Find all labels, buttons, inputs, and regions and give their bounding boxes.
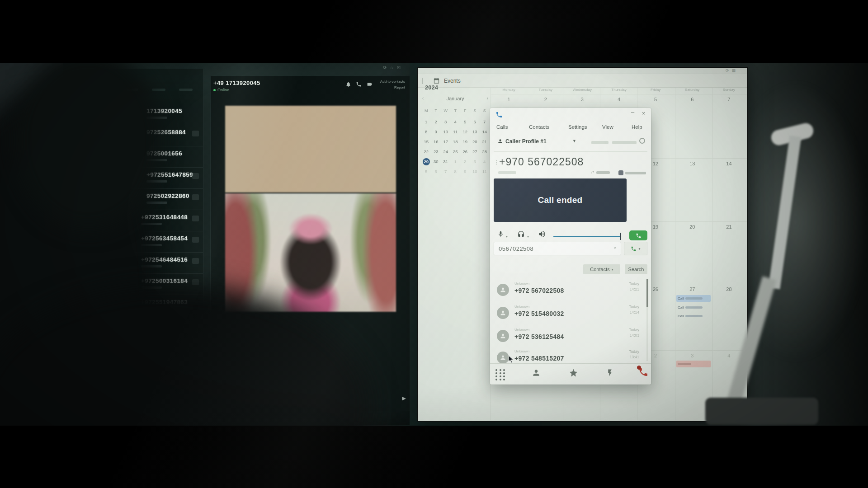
speaker-icon[interactable] [538,230,546,238]
search-button[interactable]: Search [625,264,647,274]
headset-icon[interactable] [517,230,525,238]
mini-day[interactable]: 12 [462,128,469,136]
favorites-icon[interactable] [569,368,578,378]
notifications-icon[interactable] [345,81,351,87]
mini-day[interactable]: 6 [432,168,439,175]
caller-profile-select[interactable]: Caller Profile #1 [505,138,547,145]
mini-day[interactable]: 3 [471,158,478,165]
mini-day[interactable]: 4 [452,118,459,126]
grid-day[interactable]: 2 [544,97,547,102]
quick-call-icon[interactable] [606,368,614,377]
grid-day[interactable]: 1 [508,97,510,102]
report-link[interactable]: Report [380,84,405,90]
mini-day[interactable]: 6 [471,118,478,126]
calendar-event-call[interactable]: Call [676,313,711,319]
add-to-contacts-link[interactable]: Add to contacts [380,79,405,84]
mic-dropdown-caret[interactable]: ▾ [506,235,508,239]
video-call-icon[interactable] [366,81,373,87]
menu-help[interactable]: Help [632,124,642,130]
voice-call-icon[interactable] [356,81,362,87]
chevron-down-icon[interactable]: ▾ [638,247,640,251]
grid-day[interactable]: 4 [727,353,730,358]
mini-day[interactable]: 25 [452,148,459,155]
mini-day[interactable]: 21 [481,138,488,145]
grid-day[interactable]: 4 [618,97,620,102]
mini-day[interactable]: 22 [423,148,430,155]
contacts-tab-icon[interactable] [532,368,541,377]
close-button[interactable]: × [642,110,645,117]
mini-day[interactable]: 9 [462,168,469,175]
mini-day[interactable]: 11 [452,128,459,136]
mini-day[interactable]: 16 [432,138,439,145]
mini-day[interactable]: 23 [432,148,439,155]
mini-day[interactable]: 10 [471,168,478,175]
mini-day[interactable]: 8 [423,128,430,136]
mini-day[interactable]: 28 [481,148,488,155]
mini-day[interactable]: 31 [442,158,449,165]
mini-day[interactable]: 2 [462,158,469,165]
mini-day[interactable]: 2 [432,118,439,126]
mini-day[interactable]: 10 [442,128,449,136]
mini-day[interactable]: 5 [462,118,469,126]
grid-day[interactable]: 12 [653,161,658,166]
mini-day[interactable]: 13 [471,128,478,136]
dialpad-icon[interactable] [495,369,506,380]
grid-day[interactable]: 7 [727,97,730,102]
mini-day[interactable]: 9 [432,128,439,136]
volume-slider[interactable] [553,236,621,237]
history-row[interactable]: Unknown +972 567022508 Today 14:21 [490,279,646,302]
dial-call-button[interactable]: ▾ [624,242,647,255]
grid-day[interactable]: 13 [689,161,695,166]
mini-day[interactable]: 24 [442,148,449,155]
menu-calls[interactable]: Calls [496,124,508,130]
grid-day[interactable]: 19 [653,224,658,230]
mini-day[interactable]: 7 [442,168,449,175]
mini-day[interactable]: 30 [432,158,439,165]
minimize-button[interactable]: – [631,109,634,116]
grid-day[interactable]: 26 [653,286,658,292]
mini-day[interactable]: 11 [481,168,488,175]
grid-day[interactable]: 28 [726,286,731,292]
missed-calls-icon[interactable] [638,366,649,377]
grid-day[interactable]: 14 [726,161,731,166]
mini-day[interactable]: 17 [442,138,449,145]
microphone-icon[interactable] [497,230,504,238]
calendar-event-call[interactable]: Call [676,295,711,302]
mini-day[interactable]: 19 [462,138,469,145]
mini-day[interactable]: 27 [471,148,478,155]
mini-day[interactable]: 4 [481,158,488,165]
mini-day-selected[interactable]: 29 [423,158,430,165]
grid-day[interactable]: 5 [654,97,657,102]
menu-view[interactable]: View [602,124,613,130]
mini-day[interactable]: 5 [423,168,430,175]
mini-day[interactable]: 15 [423,138,430,145]
grid-day[interactable]: 3 [691,353,693,358]
grid-day[interactable]: 3 [581,97,584,102]
history-row[interactable]: Unknown +972 515480032 Today 14:14 [490,302,646,325]
mini-day[interactable]: 20 [471,138,478,145]
softphone-titlebar[interactable]: – × [490,108,651,122]
volume-slider-handle[interactable] [620,233,621,240]
grid-day[interactable]: 21 [726,224,731,230]
tab-events[interactable]: Events [444,78,461,84]
grid-day[interactable]: 20 [689,224,695,230]
grid-day[interactable]: 27 [689,286,695,292]
chevron-down-icon[interactable]: ▼ [572,139,576,143]
dial-input[interactable]: 0567022508 ˅ [494,242,621,255]
next-month-arrow[interactable]: › [487,96,488,101]
menu-contacts[interactable]: Contacts [529,124,549,130]
calendar-event-call[interactable]: Call [676,305,711,310]
contacts-filter-button[interactable]: Contacts▾ [583,264,620,274]
mini-day[interactable]: 1 [423,118,430,126]
mini-day[interactable]: 26 [462,148,469,155]
play-icon[interactable]: ▶ [402,395,406,401]
answer-call-button[interactable] [629,230,647,240]
calendar-event-pink[interactable] [676,361,711,367]
headset-dropdown-caret[interactable]: ▾ [527,235,529,239]
menu-settings[interactable]: Settings [568,124,587,130]
mini-day[interactable]: 14 [481,128,488,136]
grid-day[interactable]: 6 [691,97,693,102]
grid-day[interactable]: 2 [654,353,657,358]
chevron-down-icon[interactable]: ˅ [614,246,616,250]
mini-day[interactable]: 7 [481,118,488,126]
